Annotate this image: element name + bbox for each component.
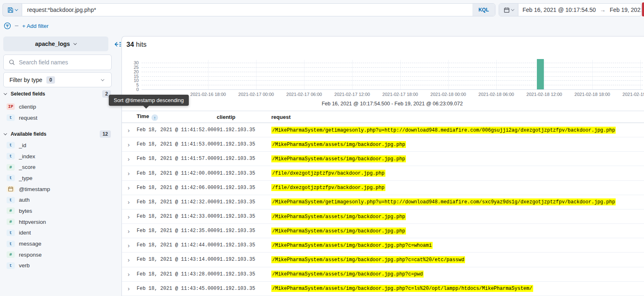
expand-row-icon[interactable]: › xyxy=(128,184,137,191)
table-row: ›Feb 18, 2021 @ 11:42:35.00091.192.103.3… xyxy=(122,224,644,238)
table-row: ›Feb 18, 2021 @ 11:41:53.00091.192.103.3… xyxy=(122,137,644,152)
query-input[interactable]: request:*backdoor.jpg.php* KQL xyxy=(22,3,495,16)
cell-request: /MikePharmaSystem/assets/img/backdoor.jp… xyxy=(271,271,644,277)
field-item-_id[interactable]: t_id xyxy=(3,140,108,151)
text-field-icon: t xyxy=(7,230,15,236)
field-item-response[interactable]: #response xyxy=(3,249,108,260)
available-fields-header[interactable]: Available fields 12 xyxy=(4,130,112,138)
expand-row-icon[interactable]: › xyxy=(128,257,137,263)
cell-time: Feb 18, 2021 @ 11:41:53.000 xyxy=(137,141,217,147)
cell-clientip: 91.192.103.35 xyxy=(217,199,271,205)
chevron-down-icon xyxy=(4,132,7,135)
available-fields-label: Available fields xyxy=(11,131,46,137)
add-filter-button[interactable]: + Add filter xyxy=(22,23,48,29)
sort-ascending-icon[interactable]: ↑ xyxy=(151,114,158,121)
filter-by-type-button[interactable]: Filter by type 0 xyxy=(3,72,112,87)
date-range-end[interactable]: Feb 19, 2021 @ 0 xyxy=(610,7,642,13)
field-item-_index[interactable]: t_index xyxy=(3,151,108,162)
highlighted-request-text: /MikePharmaSystem/assets/img/backdoor.jp… xyxy=(271,285,533,292)
field-item-@timestamp[interactable]: @timestamp xyxy=(3,184,108,195)
expand-row-icon[interactable]: › xyxy=(128,271,137,277)
field-item-_type[interactable]: t_type xyxy=(3,173,108,184)
index-pattern-name: apache_logs xyxy=(35,41,70,47)
column-header-request[interactable]: request xyxy=(271,114,644,120)
number-field-icon: # xyxy=(7,251,15,258)
expand-row-icon[interactable]: › xyxy=(128,285,137,291)
field-item-_score[interactable]: #_score xyxy=(3,162,108,173)
table-row: ›Feb 18, 2021 @ 11:43:14.00091.192.103.3… xyxy=(122,253,644,267)
expand-row-icon[interactable]: › xyxy=(128,141,137,148)
table-row: ›Feb 18, 2021 @ 11:42:33.00091.192.103.3… xyxy=(122,209,644,224)
field-name: ident xyxy=(19,230,31,236)
available-fields-count-badge: 12 xyxy=(100,130,111,138)
number-field-icon: # xyxy=(7,207,15,214)
chevron-down-icon xyxy=(73,41,77,45)
cell-request: /MikePharmaSystem/assets/img/backdoor.jp… xyxy=(271,286,644,291)
chevron-down-icon xyxy=(101,77,104,81)
table-row: ›Feb 18, 2021 @ 11:42:32.00091.192.103.3… xyxy=(122,195,644,209)
table-row: ›Feb 18, 2021 @ 11:43:28.00091.192.103.3… xyxy=(122,267,644,282)
highlighted-request-text: /MikePharmaSystem/assets/img/backdoor.jp… xyxy=(271,155,406,162)
field-name: response xyxy=(19,252,42,258)
cell-request: /MikePharmaSystem/assets/img/backdoor.jp… xyxy=(271,141,644,147)
update-button-partial[interactable] xyxy=(642,2,644,16)
cell-time: Feb 18, 2021 @ 11:42:32.000 xyxy=(137,199,217,205)
histogram-bar[interactable] xyxy=(537,59,544,89)
highlighted-request-text: /MikePharmaSystem/assets/img/backdoor.jp… xyxy=(271,271,424,278)
expand-row-icon[interactable]: › xyxy=(128,242,137,248)
field-name: request xyxy=(19,115,37,121)
expand-row-icon[interactable]: › xyxy=(128,170,137,176)
search-field-names-input[interactable]: Search field names xyxy=(3,55,112,70)
highlighted-request-text: /MikePharmaSystem/assets/img/backdoor.jp… xyxy=(271,213,406,220)
cell-clientip: 91.192.103.35 xyxy=(217,185,271,191)
expand-row-icon[interactable]: › xyxy=(128,199,137,205)
column-header-time[interactable]: Time↑ xyxy=(137,113,217,121)
sort-tooltip: Sort @timestamp descending xyxy=(109,95,189,106)
field-item-ident[interactable]: tident xyxy=(3,228,108,239)
index-pattern-switcher[interactable]: apache_logs xyxy=(3,36,108,51)
cell-clientip: 91.192.103.35 xyxy=(217,171,271,176)
collapse-sidebar-button[interactable] xyxy=(114,40,122,48)
field-item-clientip[interactable]: IPclientip xyxy=(3,101,108,112)
saved-query-menu-button[interactable] xyxy=(2,3,22,16)
field-name: _type xyxy=(19,175,32,181)
highlighted-request-text: /MikePharmaSystem/assets/img/backdoor.jp… xyxy=(271,141,406,148)
table-row: ›Feb 18, 2021 @ 11:43:45.00091.192.103.3… xyxy=(122,282,644,296)
expand-row-icon[interactable]: › xyxy=(128,214,137,220)
expand-row-icon[interactable]: › xyxy=(128,127,137,133)
table-row: ›Feb 18, 2021 @ 11:41:52.00091.192.103.3… xyxy=(122,123,644,137)
table-header-row: Time↑ clientip request xyxy=(122,111,644,123)
field-item-request[interactable]: trequest xyxy=(3,112,108,123)
column-header-clientip[interactable]: clientip xyxy=(217,114,271,120)
cell-clientip: 91.192.103.35 xyxy=(217,127,271,133)
expand-row-icon[interactable]: › xyxy=(128,156,137,162)
expand-row-icon[interactable]: › xyxy=(128,228,137,234)
cell-clientip: 91.192.103.35 xyxy=(217,141,271,147)
filter-by-type-label: Filter by type xyxy=(9,77,42,83)
filter-bar: + Add filter xyxy=(4,22,48,30)
filter-options-icon[interactable] xyxy=(4,22,11,30)
date-range: Feb 16, 2021 @ 10:17:54.50 → Feb 19, 202… xyxy=(518,4,642,16)
table-row: ›Feb 18, 2021 @ 11:42:06.00091.192.103.3… xyxy=(122,181,644,195)
selected-fields-list: IPclientiptrequest xyxy=(3,101,108,123)
text-field-icon: t xyxy=(7,114,15,121)
field-name: auth xyxy=(19,197,30,203)
selected-fields-header[interactable]: Selected fields 2 xyxy=(4,90,112,98)
cell-clientip: 91.192.103.35 xyxy=(217,156,271,162)
field-item-verb[interactable]: tverb xyxy=(3,260,108,271)
kibana-discover-app: request:*backdoor.jpg.php* KQL Feb 16, 2… xyxy=(0,0,644,296)
number-field-icon: # xyxy=(7,164,15,171)
cell-time: Feb 18, 2021 @ 11:42:00.000 xyxy=(137,171,217,176)
field-item-message[interactable]: tmessage xyxy=(3,238,108,249)
cell-clientip: 91.192.103.35 xyxy=(217,228,271,234)
field-item-httpversion[interactable]: #httpversion xyxy=(3,216,108,228)
field-name: clientip xyxy=(19,104,36,110)
date-picker-menu-button[interactable] xyxy=(499,4,518,16)
field-item-bytes[interactable]: #bytes xyxy=(3,205,108,216)
table-body: ›Feb 18, 2021 @ 11:41:52.00091.192.103.3… xyxy=(122,123,644,296)
kql-language-button[interactable]: KQL xyxy=(472,4,495,16)
chevron-down-icon xyxy=(511,7,514,11)
field-item-auth[interactable]: tauth xyxy=(3,194,108,205)
date-range-start[interactable]: Feb 16, 2021 @ 10:17:54.50 xyxy=(523,7,596,13)
search-icon xyxy=(9,59,15,66)
